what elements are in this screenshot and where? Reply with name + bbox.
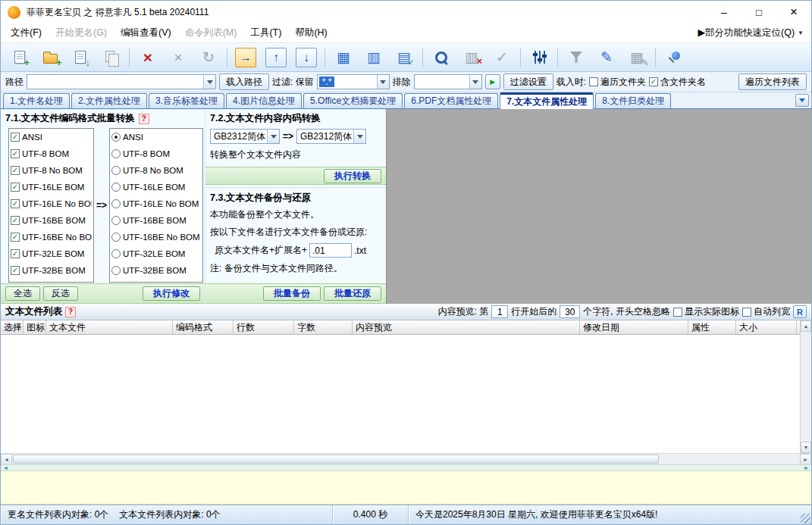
tab[interactable]: 6.PDF文档属性处理	[404, 93, 498, 108]
chevron-down-icon[interactable]	[469, 75, 481, 89]
table-body[interactable]	[1, 335, 800, 453]
help-icon[interactable]: ?	[139, 114, 149, 124]
encoding-option[interactable]: UTF-16LE BOM	[110, 179, 202, 195]
move-right-button[interactable]: →	[230, 45, 261, 70]
execute-convert-button[interactable]: 执行转换	[324, 169, 381, 183]
tile-view-button[interactable]: ▦	[328, 45, 359, 70]
source-codepage-combobox[interactable]: GB2312简体	[210, 129, 280, 144]
target-codepage-combobox[interactable]: GB2312简体	[296, 129, 366, 144]
apply-check-button[interactable]: ✓	[487, 45, 517, 70]
backup-suffix-input[interactable]	[309, 243, 352, 258]
radio-icon[interactable]	[111, 166, 121, 175]
tab[interactable]: 3.音乐标签处理	[149, 93, 224, 108]
column-header[interactable]: 文本文件	[46, 320, 173, 334]
scroll-down-button[interactable]: ▼	[801, 442, 811, 453]
radio-icon[interactable]	[111, 199, 121, 208]
rename-edit-button[interactable]: ✎	[591, 45, 622, 70]
refresh-button[interactable]: ↻	[193, 45, 224, 70]
tab-overflow-button[interactable]	[795, 94, 809, 107]
minimize-button[interactable]: –	[707, 1, 741, 23]
move-down-button[interactable]: ↓	[291, 45, 321, 70]
tab[interactable]: 7.文本文件属性处理	[500, 92, 594, 109]
tab[interactable]: 1.文件名处理	[3, 93, 70, 108]
radio-icon[interactable]	[111, 266, 121, 275]
help-icon[interactable]: ?	[65, 307, 76, 317]
column-header[interactable]: 内容预览	[353, 320, 580, 334]
encoding-option[interactable]: UTF-16LE BOM	[9, 179, 93, 195]
encoding-option[interactable]: UTF-32LE BOM	[110, 245, 202, 262]
radio-icon[interactable]	[111, 233, 121, 242]
horizontal-scrollbar[interactable]: ◄ ►	[1, 453, 811, 464]
radio-icon[interactable]	[111, 133, 121, 142]
show-real-icons-checkbox[interactable]: 显示实际图标	[673, 305, 739, 318]
scroll-track[interactable]	[12, 454, 800, 464]
encoding-option[interactable]: UTF-16BE No BOM	[110, 229, 202, 245]
filter-button[interactable]	[561, 45, 591, 70]
clear-list-button[interactable]: ▥×	[456, 45, 487, 70]
column-header[interactable]: 修改日期	[580, 320, 688, 334]
invert-selection-button[interactable]: 反选	[43, 286, 78, 301]
scroll-up-button[interactable]: ▲	[801, 320, 811, 332]
vertical-scrollbar[interactable]: ▲ ▼	[800, 320, 811, 453]
load-list-button[interactable]: ↓	[65, 45, 96, 70]
encoding-option[interactable]: UTF-16BE No BOM	[9, 229, 93, 245]
traverse-folders-checkbox[interactable]: 遍历文件夹	[589, 76, 646, 89]
column-header[interactable]: 字数	[294, 320, 353, 334]
checkbox-icon[interactable]	[11, 199, 20, 208]
column-header[interactable]: 行数	[234, 320, 294, 334]
column-header[interactable]: 属性	[688, 320, 736, 334]
checkbox-icon[interactable]	[11, 166, 20, 175]
encoding-option[interactable]: UTF-32BE BOM	[110, 262, 202, 279]
collapse-left-icon[interactable]: ◄	[3, 465, 8, 470]
chevron-down-icon[interactable]	[267, 130, 279, 143]
radio-icon[interactable]	[111, 249, 121, 258]
reset-columns-button[interactable]: R	[793, 305, 807, 318]
column-header[interactable]: 选择	[1, 320, 24, 334]
menu-item[interactable]: 编辑查看(V)	[114, 24, 178, 42]
close-button[interactable]: ×	[776, 1, 811, 23]
encoding-option[interactable]: ANSI	[110, 129, 202, 145]
encoding-option[interactable]: UTF-16BE BOM	[110, 212, 202, 229]
chevron-down-icon[interactable]	[353, 130, 365, 143]
resize-grip[interactable]	[801, 514, 810, 523]
load-path-button[interactable]: 载入路径	[219, 73, 269, 90]
tab[interactable]: 4.图片信息处理	[226, 93, 302, 108]
copy-list-button[interactable]	[96, 45, 126, 70]
search-button[interactable]	[426, 45, 456, 70]
path-combobox[interactable]	[27, 74, 216, 89]
adjust-settings-button[interactable]	[524, 45, 554, 70]
scroll-thumb[interactable]	[13, 455, 659, 464]
menu-item[interactable]: 命令列表(M)	[178, 24, 244, 42]
filter-settings-button[interactable]: 过滤设置	[503, 73, 553, 90]
apply-filter-button[interactable]: ▶	[485, 74, 500, 89]
keep-filter-combobox[interactable]: *.*	[317, 74, 390, 89]
remove-button[interactable]: ×	[163, 45, 193, 70]
encoding-option[interactable]: UTF-8 No BOM	[110, 162, 202, 179]
splitter-bar[interactable]: ◄ ►	[1, 464, 811, 471]
pin-button[interactable]	[659, 45, 689, 70]
source-encoding-list[interactable]: ANSI UTF-8 BOM UTF-8 No BOM	[8, 128, 94, 283]
target-encoding-list[interactable]: ANSI UTF-8 BOM UTF-8 No BOM	[109, 128, 203, 283]
include-folder-name-checkbox[interactable]: 含文件夹名	[649, 76, 706, 89]
select-all-button[interactable]: 全选	[5, 286, 40, 301]
encoding-option[interactable]: UTF-8 BOM	[110, 145, 202, 162]
encoding-option[interactable]: UTF-32BE BOM	[9, 262, 93, 279]
encoding-option[interactable]: UTF-16LE No BOM	[9, 195, 93, 212]
menu-item[interactable]: 文件(F)	[4, 24, 49, 42]
delete-button[interactable]: ×	[133, 45, 163, 70]
new-file-button[interactable]: +	[5, 45, 35, 70]
traverse-file-list-button[interactable]: 遍历文件列表	[738, 73, 807, 90]
tab[interactable]: 2.文件属性处理	[71, 93, 147, 108]
chevron-down-icon[interactable]	[377, 75, 389, 89]
encoding-option[interactable]: ANSI	[9, 129, 93, 145]
checkbox-icon[interactable]	[11, 183, 20, 192]
tab[interactable]: 5.Office文档摘要处理	[303, 93, 403, 108]
tab[interactable]: 8.文件归类处理	[595, 93, 671, 108]
radio-icon[interactable]	[111, 183, 121, 192]
menu-item[interactable]: 工具(T)	[243, 24, 288, 42]
checkbox-icon[interactable]	[11, 249, 20, 258]
checklist-view-button[interactable]: ▤✓	[389, 45, 419, 70]
column-view-button[interactable]: ▥	[359, 45, 389, 70]
encoding-option[interactable]: UTF-8 BOM	[9, 145, 93, 162]
batch-restore-button[interactable]: 批量还原	[324, 286, 381, 301]
